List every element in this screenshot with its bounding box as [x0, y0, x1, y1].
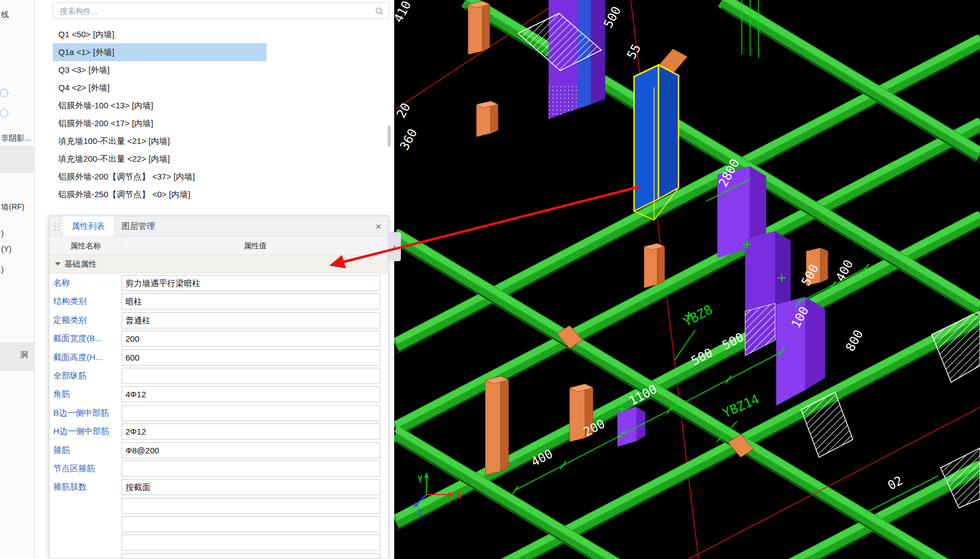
- rail-item[interactable]: 墙(RF): [1, 202, 24, 212]
- component-list: Q1 <50> [内墙] Q1a <1> [外墙] Q3 <3> [外墙] Q4…: [53, 26, 393, 203]
- property-value-input[interactable]: [122, 553, 380, 559]
- component-item[interactable]: 铝膜外墙-100 <13> [内墙]: [53, 97, 393, 114]
- column-header-value: 属性值: [122, 237, 388, 254]
- property-row: 节点区箍筋: [49, 459, 388, 477]
- collapse-triangle-icon[interactable]: [55, 262, 61, 266]
- property-value-input[interactable]: 按截面: [122, 479, 380, 495]
- property-tabbar: 属性列表 图层管理 ×: [49, 216, 388, 237]
- property-row: 全部纵筋: [49, 366, 388, 385]
- property-row: 箍筋肢数 按截面: [49, 477, 388, 496]
- component-item[interactable]: 铝膜外墙-200 <17> [内墙]: [53, 114, 393, 132]
- property-row: 定额类别 普通柱: [49, 311, 388, 329]
- property-value-input[interactable]: 2Φ12: [122, 423, 380, 440]
- rail-selected-item[interactable]: [0, 342, 34, 371]
- property-name: H边一侧中部筋: [53, 422, 109, 440]
- rail-selected-item[interactable]: [0, 146, 34, 173]
- property-row: [49, 515, 388, 533]
- rail-item[interactable]: 洞: [20, 350, 28, 360]
- close-icon[interactable]: ×: [375, 221, 381, 232]
- property-value-input[interactable]: 普通柱: [122, 312, 380, 328]
- property-value-input[interactable]: [122, 368, 380, 384]
- rail-item[interactable]: 非阴影...: [1, 133, 31, 143]
- rail-item[interactable]: (Y): [1, 244, 12, 253]
- property-value-input[interactable]: 暗柱: [122, 293, 380, 310]
- panel-collapse-handle[interactable]: ‹: [389, 232, 401, 261]
- circle-icon[interactable]: [0, 89, 8, 97]
- property-value-input[interactable]: 4Φ12: [122, 386, 380, 402]
- property-value-input[interactable]: [122, 461, 380, 477]
- property-name: 箍筋肢数: [53, 477, 87, 496]
- rail-item[interactable]: ): [1, 265, 4, 274]
- tab-property-list[interactable]: 属性列表: [63, 216, 113, 236]
- section-basic-properties[interactable]: 基础属性: [49, 255, 388, 273]
- section-label: 基础属性: [64, 259, 97, 269]
- property-columns-header: 属性名称 属性值: [49, 237, 388, 255]
- rail-item[interactable]: ): [1, 229, 4, 238]
- property-name: 定额类别: [53, 311, 87, 329]
- property-name: 截面宽度(B...: [53, 329, 102, 347]
- circle-icon[interactable]: [0, 109, 8, 117]
- search-input[interactable]: [59, 3, 372, 19]
- property-value-input[interactable]: [122, 405, 380, 421]
- property-value-input[interactable]: 剪力墙遇平行梁暗柱: [122, 275, 380, 291]
- component-item[interactable]: Q3 <3> [外墙]: [53, 61, 393, 79]
- property-value-input[interactable]: [122, 516, 380, 532]
- property-value-input[interactable]: [122, 498, 380, 514]
- property-name: 箍筋: [53, 441, 70, 459]
- property-row: 截面宽度(B... 200: [49, 329, 388, 347]
- component-search-box[interactable]: [53, 2, 389, 19]
- model-viewport[interactable]: 410 500 55 20 360 2800 500 400 100 800 5…: [394, 0, 980, 559]
- component-item[interactable]: Q1 <50> [内墙]: [53, 26, 393, 43]
- property-value-input[interactable]: 200: [122, 331, 380, 347]
- property-row: H边一侧中部筋 2Φ12: [49, 422, 388, 440]
- property-name: 名称: [53, 273, 70, 292]
- component-item[interactable]: 填充墙100-不出量 <21> [内墙]: [53, 132, 393, 150]
- column-header-name: 属性名称: [49, 237, 122, 254]
- search-icon[interactable]: [375, 7, 384, 16]
- property-value-input[interactable]: Φ8@200: [122, 442, 380, 458]
- chevron-left-icon: ‹: [393, 242, 396, 252]
- axis-y-label: Y: [418, 475, 423, 485]
- property-name: 角筋: [53, 385, 70, 403]
- property-row: [49, 552, 388, 559]
- component-item[interactable]: 铝膜外墙-250【调节点】 <0> [内墙]: [53, 186, 393, 203]
- axis-z-label: Z: [418, 508, 423, 518]
- model-canvas[interactable]: 410 500 55 20 360 2800 500 400 100 800 5…: [394, 0, 980, 559]
- property-row: [49, 496, 388, 515]
- property-name: 截面高度(H...: [53, 348, 102, 366]
- property-row: 角筋 4Φ12: [49, 385, 388, 403]
- property-row: 箍筋 Φ8@200: [49, 441, 388, 459]
- property-name: 结构类别: [53, 292, 87, 310]
- property-name: B边一侧中部筋: [53, 403, 109, 422]
- component-item[interactable]: Q4 <2> [外墙]: [53, 79, 393, 97]
- property-row: 截面高度(H... 600: [49, 348, 388, 366]
- property-name: 全部纵筋: [53, 366, 87, 385]
- property-value-input[interactable]: [122, 535, 380, 551]
- rail-item[interactable]: 线: [1, 10, 9, 20]
- property-row: 名称 剪力墙遇平行梁暗柱: [49, 273, 388, 292]
- property-row: [49, 533, 388, 551]
- tab-layer-manage[interactable]: 图层管理: [113, 216, 163, 236]
- drag-handle-icon[interactable]: [53, 221, 60, 231]
- property-value-input[interactable]: 600: [122, 350, 380, 366]
- property-row: 结构类别 暗柱: [49, 292, 388, 310]
- property-row: B边一侧中部筋: [49, 403, 388, 422]
- left-navigation-rail: 线 非阴影... 墙(RF) ) (Y) ) 洞: [0, 0, 35, 559]
- component-item[interactable]: 填充墙200-不出量 <22> [内墙]: [53, 150, 393, 168]
- property-window: 属性列表 图层管理 × 属性名称 属性值 基础属性 名称 剪力墙遇平行梁暗柱 结…: [49, 216, 389, 559]
- property-name: 节点区箍筋: [53, 459, 95, 477]
- component-item[interactable]: 铝膜外墙-200【调节点】 <37> [内墙]: [53, 168, 393, 186]
- component-item-selected[interactable]: Q1a <1> [外墙]: [53, 43, 267, 61]
- list-scrollbar[interactable]: [388, 126, 391, 147]
- axis-x-label: X: [456, 491, 461, 501]
